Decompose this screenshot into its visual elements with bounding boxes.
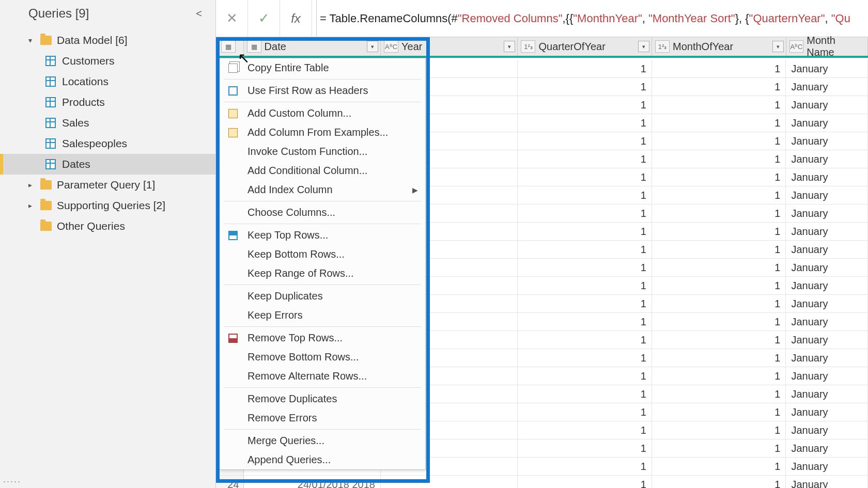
group-data-model[interactable]: ▾ Data Model [6] <box>0 30 215 51</box>
menu-item[interactable]: Add Index Column▶ <box>220 180 425 199</box>
table-row[interactable]: 2424/01/2018 201811January <box>216 476 868 488</box>
cell-monthofyear: 1 <box>652 367 786 385</box>
query-locations[interactable]: Locations <box>0 71 215 92</box>
formula-part: }, { <box>735 12 749 25</box>
add-column-examples-icon <box>227 127 239 139</box>
cell-monthofyear: 1 <box>652 186 786 204</box>
menu-item-label: Invoke Custom Function... <box>247 146 367 158</box>
cell-monthofyear: 1 <box>652 421 786 439</box>
menu-item-label: Merge Queries... <box>247 435 324 447</box>
menu-item[interactable]: Keep Errors <box>220 306 425 325</box>
menu-item[interactable]: Append Queries... <box>220 450 425 469</box>
column-header-quarterofyear[interactable]: 1²₃ QuarterOfYear ▾ <box>518 37 652 56</box>
table-icon <box>45 56 56 66</box>
fx-button[interactable]: fx <box>280 0 312 37</box>
formula-text[interactable]: = Table.RenameColumns(#"Removed Columns"… <box>317 12 850 25</box>
cell-monthofyear: 1 <box>652 150 786 168</box>
menu-item[interactable]: Remove Alternate Rows... <box>220 367 425 386</box>
cell-quarterofyear: 1 <box>518 150 652 168</box>
group-parameter-query[interactable]: ▸ Parameter Query [1] <box>0 175 215 195</box>
filter-dropdown-icon[interactable]: ▾ <box>504 41 515 52</box>
table-icon <box>45 159 56 169</box>
menu-item[interactable]: Add Column From Examples... <box>220 123 425 142</box>
accept-formula-button[interactable]: ✓ <box>248 0 280 37</box>
menu-item[interactable]: Add Custom Column... <box>220 104 425 123</box>
cell-quarterofyear: 1 <box>518 331 652 349</box>
menu-item[interactable]: Keep Duplicates <box>220 287 425 306</box>
queries-panel: Queries [9] < ▾ Data Model [6] Customers… <box>0 0 216 488</box>
cell-monthofyear: 1 <box>652 349 786 367</box>
menu-item[interactable]: Use First Row as Headers <box>220 81 425 100</box>
cell-month-name: January <box>786 168 868 186</box>
group-label: Other Queries <box>57 220 125 232</box>
group-supporting-queries[interactable]: ▸ Supporting Queries [2] <box>0 195 215 216</box>
menu-item[interactable]: Keep Range of Rows... <box>220 264 425 283</box>
cell-quarterofyear: 1 <box>518 204 652 222</box>
cell-month-name: January <box>786 458 868 475</box>
cell-month-name: January <box>786 259 868 276</box>
folder-icon <box>40 201 52 210</box>
query-dates[interactable]: Dates <box>0 154 215 175</box>
query-salespeoples[interactable]: Salespeoples <box>0 133 215 154</box>
menu-item[interactable]: Keep Top Rows... <box>220 226 425 245</box>
menu-separator <box>224 102 421 102</box>
menu-separator <box>224 79 421 80</box>
cell-monthofyear: 1 <box>652 223 786 240</box>
cell-quarterofyear: 1 <box>518 421 652 439</box>
menu-item[interactable]: Choose Columns... <box>220 203 425 222</box>
cell-month-name: January <box>786 385 868 403</box>
formula-part: = Table.RenameColumns(# <box>320 12 458 25</box>
menu-item[interactable]: Keep Bottom Rows... <box>220 245 425 264</box>
menu-item-label: Keep Bottom Rows... <box>247 248 345 260</box>
column-header-monthofyear[interactable]: 1²₃ MonthOfYear ▾ <box>652 37 786 56</box>
menu-item-label: Add Custom Column... <box>247 107 351 119</box>
column-header-date[interactable]: ▦ Date ▾ <box>244 37 381 56</box>
formula-part: , <box>642 12 648 25</box>
cell-monthofyear: 1 <box>652 78 786 96</box>
query-products[interactable]: Products <box>0 92 215 113</box>
menu-item[interactable]: Remove Duplicates <box>220 389 425 408</box>
copy-icon <box>227 62 239 74</box>
filter-dropdown-icon[interactable]: ▾ <box>772 41 784 52</box>
cell-month-name: January <box>786 60 868 77</box>
filter-dropdown-icon[interactable]: ▾ <box>638 41 649 52</box>
cell-month-name: January <box>786 421 868 439</box>
query-sales[interactable]: Sales <box>0 113 215 133</box>
folder-icon <box>40 180 52 190</box>
column-header-year[interactable]: AᴮC Year ▾ <box>381 37 518 56</box>
menu-item[interactable]: Merge Queries... <box>220 431 425 450</box>
menu-item[interactable]: Remove Top Rows... <box>220 328 425 348</box>
cell-month-name: January <box>786 295 868 312</box>
column-header-month-name[interactable]: AᴮC Month Name <box>786 37 869 56</box>
filter-dropdown-icon[interactable]: ▾ <box>367 41 378 52</box>
menu-item[interactable]: Invoke Custom Function... <box>220 142 425 161</box>
table-corner-button[interactable]: ▦ <box>216 37 244 56</box>
cell-month-name: January <box>786 96 868 114</box>
formula-str: "MonthnYear" <box>573 12 642 25</box>
menu-item-label: Append Queries... <box>247 454 331 466</box>
menu-item-label: Choose Columns... <box>247 207 335 218</box>
cell-quarterofyear: 1 <box>518 96 652 114</box>
cell-quarterofyear: 1 <box>518 168 652 186</box>
cell-monthofyear: 1 <box>652 96 786 114</box>
cell-quarterofyear: 1 <box>518 223 652 240</box>
menu-item[interactable]: Add Conditional Column... <box>220 161 425 180</box>
cell-month-name: January <box>786 313 868 330</box>
collapse-panel-icon[interactable]: < <box>192 6 206 22</box>
queries-tree: ▾ Data Model [6] Customers Locations Pro… <box>0 27 215 240</box>
cell-month-name: January <box>786 403 868 421</box>
item-label: Dates <box>62 158 90 170</box>
row-number: 24 <box>216 476 244 488</box>
menu-item[interactable]: Remove Errors <box>220 408 425 428</box>
cell-month-name: January <box>786 204 868 222</box>
menu-item[interactable]: Copy Entire Table <box>220 58 425 77</box>
cell-monthofyear: 1 <box>652 168 786 186</box>
query-customers[interactable]: Customers <box>0 51 215 71</box>
formula-part: , <box>825 12 831 25</box>
menu-item[interactable]: Remove Bottom Rows... <box>220 348 425 367</box>
menu-separator <box>224 387 421 388</box>
cell-quarterofyear: 1 <box>518 241 652 258</box>
group-other-queries[interactable]: Other Queries <box>0 216 215 237</box>
cancel-formula-button[interactable]: ✕ <box>216 0 248 37</box>
status-dots: ..... <box>3 474 21 485</box>
